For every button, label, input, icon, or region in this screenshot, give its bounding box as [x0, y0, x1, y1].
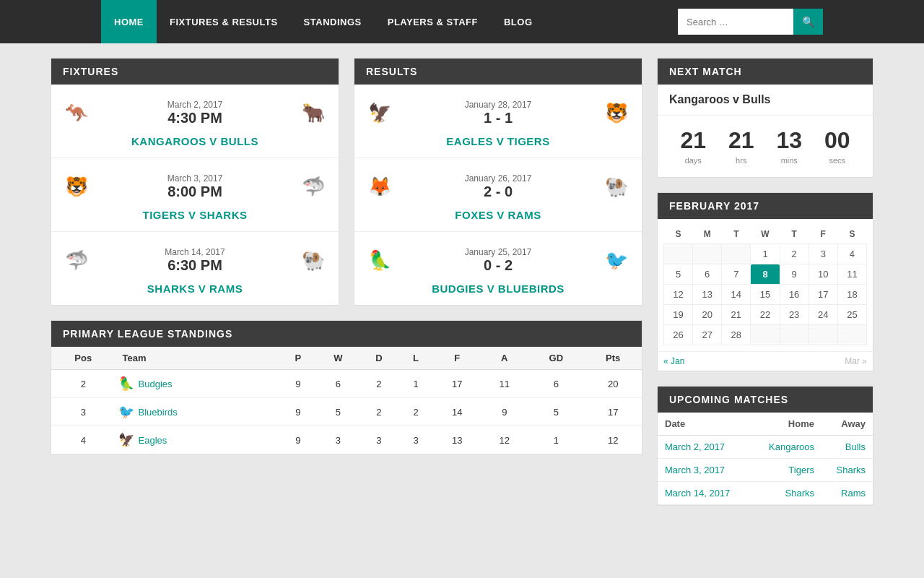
next-match-header: NEXT MATCH — [658, 59, 873, 85]
upcoming-home: Kangaroos — [751, 436, 821, 459]
mins-value: 13 — [776, 127, 802, 154]
cal-prev-link[interactable]: « Jan — [663, 356, 684, 366]
calendar-table: S M T W T F S — [663, 225, 867, 345]
home-team-logo: 🦜 — [362, 242, 398, 278]
nav-fixtures[interactable]: FIXTURES & RESULTS — [157, 0, 291, 43]
next-match-panel: NEXT MATCH Kangaroos v Bulls 21 days 21 … — [657, 58, 873, 178]
search-form: 🔍 — [678, 9, 823, 35]
calendar-week: 5 6 7 8 9 10 11 — [664, 264, 867, 285]
match-title: EAGLES V TIGERS — [446, 135, 549, 147]
countdown: 21 days 21 hrs 13 mins 00 secs — [658, 116, 873, 177]
fixtures-panel: FIXTURES 🦘 March 2, 2017 4:30 PM 🐂 KANGA… — [51, 58, 339, 306]
nav-players[interactable]: PLAYERS & STAFF — [375, 0, 491, 43]
standing-team: 🦅 Eagles — [116, 426, 280, 454]
team-icon: 🦜 — [118, 376, 134, 392]
cal-next-link[interactable]: Mar » — [845, 356, 867, 366]
away-team-logo: 🦈 — [295, 168, 331, 204]
nav-blog[interactable]: BLOG — [491, 0, 546, 43]
col-pts: Pts — [584, 347, 642, 370]
table-row: 4 🦅 Eagles 9 3 3 3 13 12 1 — [51, 426, 642, 454]
right-column: NEXT MATCH Kangaroos v Bulls 21 days 21 … — [657, 58, 873, 506]
home-team-logo: 🦊 — [362, 168, 398, 204]
team-link[interactable]: Eagles — [139, 435, 167, 446]
days-label: days — [685, 156, 702, 165]
fixtures-header: FIXTURES — [51, 59, 339, 85]
away-team-logo: 🐦 — [598, 242, 635, 278]
result-item: 🦜 January 25, 2017 0 - 2 🐦 BUDGIES V BLU… — [354, 232, 642, 305]
team-link[interactable]: Budgies — [139, 379, 173, 389]
team-icon: 🐦 — [118, 404, 134, 420]
home-team-logo: 🦅 — [362, 95, 398, 131]
match-teams-row: 🦜 January 25, 2017 0 - 2 🐦 — [362, 242, 635, 278]
table-row: March 2, 2017 Kangaroos Bulls — [658, 436, 873, 459]
match-center: March 14, 2017 6:30 PM — [95, 247, 295, 274]
home-team-logo: 🐯 — [58, 168, 95, 204]
results-header: RESULTS — [354, 59, 642, 85]
calendar-header: FEBRUARY 2017 — [658, 193, 873, 219]
search-input[interactable] — [678, 9, 793, 35]
standing-team: 🦜 Budgies — [116, 370, 280, 398]
match-time: 8:00 PM — [95, 184, 295, 200]
col-d: D — [359, 347, 398, 370]
upcoming-date: March 2, 2017 — [658, 436, 751, 459]
fixture-item: 🐯 March 3, 2017 8:00 PM 🦈 TIGERS V SHARK… — [51, 158, 339, 232]
match-center: January 28, 2017 1 - 1 — [398, 100, 598, 126]
search-button[interactable]: 🔍 — [793, 9, 823, 35]
table-row: 3 🐦 Bluebirds 9 5 2 2 14 9 — [51, 398, 642, 426]
match-teams-row: 🦊 January 26, 2017 2 - 0 🐏 — [362, 168, 635, 204]
match-score: 0 - 2 — [398, 257, 598, 274]
upcoming-away: Bulls — [821, 436, 873, 459]
upcoming-panel: UPCOMING MATCHES Date Home Away March 2,… — [657, 386, 873, 506]
team-icon: 🦅 — [118, 432, 134, 448]
upcoming-table: Date Home Away March 2, 2017 Kangaroos B… — [658, 413, 873, 505]
match-date: March 3, 2017 — [95, 173, 295, 184]
navbar: HOME FIXTURES & RESULTS STANDINGS PLAYER… — [0, 0, 924, 43]
countdown-secs: 00 secs — [824, 127, 850, 165]
upcoming-away: Rams — [821, 482, 873, 505]
match-date: January 26, 2017 — [398, 173, 598, 184]
col-p: P — [279, 347, 316, 370]
match-time: 6:30 PM — [95, 257, 295, 274]
col-gd: GD — [528, 347, 584, 370]
secs-label: secs — [829, 156, 845, 165]
result-item: 🦅 January 28, 2017 1 - 1 🐯 EAGLES V TIGE… — [354, 85, 642, 158]
team-link[interactable]: Bluebirds — [139, 407, 178, 418]
match-date: March 14, 2017 — [95, 247, 295, 257]
match-date: March 2, 2017 — [95, 100, 295, 110]
match-time: 4:30 PM — [95, 110, 295, 126]
match-title: SHARKS V RAMS — [147, 282, 243, 295]
match-title: TIGERS V SHARKS — [142, 209, 247, 221]
table-row: March 14, 2017 Sharks Rams — [658, 482, 873, 505]
hrs-label: hrs — [736, 156, 746, 165]
next-match-title: Kangaroos v Bulls — [658, 85, 873, 116]
results-panel: RESULTS 🦅 January 28, 2017 1 - 1 🐯 EAGLE… — [354, 58, 642, 306]
match-date: January 25, 2017 — [398, 247, 598, 257]
nav-standings[interactable]: STANDINGS — [291, 0, 375, 43]
upcoming-away: Sharks — [821, 459, 873, 482]
standing-team: 🐦 Bluebirds — [116, 398, 280, 426]
standing-pos: 3 — [51, 398, 116, 426]
table-row: 2 🦜 Budgies 9 6 2 1 17 11 6 — [51, 370, 642, 398]
fixture-item: 🦘 March 2, 2017 4:30 PM 🐂 KANGAROOS V BU… — [51, 85, 339, 158]
match-teams-row: 🦘 March 2, 2017 4:30 PM 🐂 — [58, 95, 331, 131]
upcoming-header: UPCOMING MATCHES — [658, 387, 873, 413]
nav-home[interactable]: HOME — [101, 0, 157, 43]
match-center: January 26, 2017 2 - 0 — [398, 173, 598, 200]
match-center: March 2, 2017 4:30 PM — [95, 100, 295, 126]
match-title: FOXES V RAMS — [455, 209, 541, 221]
col-w: W — [316, 347, 359, 370]
standings-header-row: Pos Team P W D L F A GD Pts — [51, 347, 642, 370]
col-l: L — [398, 347, 433, 370]
match-center: January 25, 2017 0 - 2 — [398, 247, 598, 274]
col-a: A — [481, 347, 528, 370]
secs-value: 00 — [824, 127, 850, 154]
home-team-logo: 🦘 — [58, 95, 95, 131]
away-team-logo: 🐏 — [598, 168, 635, 204]
fixture-item: 🦈 March 14, 2017 6:30 PM 🐏 SHARKS V RAMS — [51, 232, 339, 305]
home-team-logo: 🦈 — [58, 242, 95, 278]
match-date: January 28, 2017 — [398, 100, 598, 110]
countdown-mins: 13 mins — [776, 127, 802, 165]
standings-table: Pos Team P W D L F A GD Pts 2 — [51, 347, 642, 454]
calendar-week: 1 2 3 4 — [664, 244, 867, 264]
standings-header: PRIMARY LEAGUE STANDINGS — [51, 321, 642, 347]
